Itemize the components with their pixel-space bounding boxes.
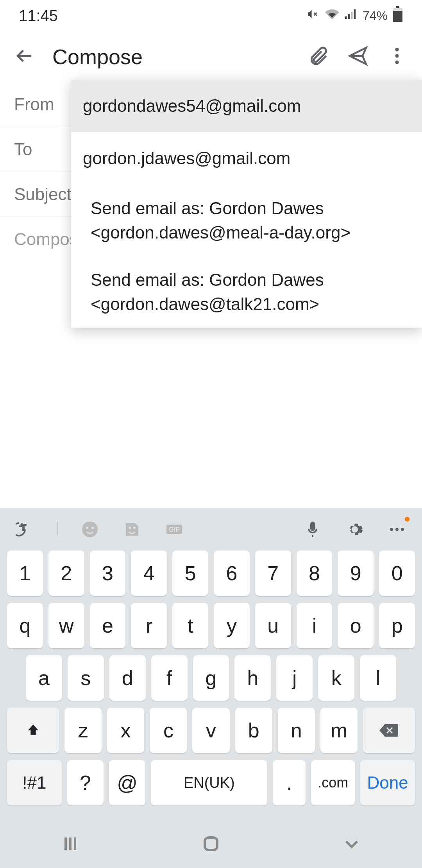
svg-rect-6	[396, 6, 399, 8]
keyboard-row-asdf: a s d f g h j k l	[7, 655, 415, 701]
key-3[interactable]: 3	[90, 551, 126, 596]
key-shift[interactable]	[7, 708, 59, 753]
key-b[interactable]: b	[235, 708, 272, 753]
key-u[interactable]: u	[255, 603, 291, 648]
key-8[interactable]: 8	[297, 551, 333, 596]
divider	[57, 522, 58, 537]
nav-home-icon[interactable]	[202, 834, 220, 855]
key-at[interactable]: @	[109, 760, 145, 805]
key-2[interactable]: 2	[48, 551, 84, 596]
keyboard-row-qwerty: q w e r t y u i o p	[7, 603, 415, 648]
nav-bar	[0, 829, 422, 860]
key-s[interactable]: s	[68, 655, 104, 701]
key-w[interactable]: w	[48, 603, 84, 648]
key-z[interactable]: z	[64, 708, 102, 753]
gif-icon[interactable]: GIF	[164, 519, 184, 540]
key-space[interactable]: EN(UK)	[151, 760, 267, 805]
key-y[interactable]: y	[214, 603, 250, 648]
status-time: 11:45	[19, 7, 58, 25]
key-t[interactable]: t	[172, 603, 208, 648]
subject-label: Subject	[14, 185, 72, 204]
from-dropdown: gordondawes54@gmail.com gordon.jdawes@gm…	[71, 80, 422, 328]
send-icon[interactable]	[330, 45, 369, 68]
svg-point-9	[395, 61, 399, 64]
more-tools-icon[interactable]	[387, 519, 407, 540]
svg-point-11	[82, 522, 98, 537]
key-x[interactable]: x	[107, 708, 144, 753]
key-symbols[interactable]: !#1	[7, 760, 62, 805]
from-option-4[interactable]: Send email as: Gordon Dawes <gordon.dawe…	[71, 256, 422, 328]
svg-point-15	[133, 527, 136, 529]
notification-dot	[405, 517, 409, 522]
signal-icon	[344, 7, 358, 24]
more-icon[interactable]	[369, 45, 408, 68]
svg-point-18	[390, 528, 393, 531]
svg-point-20	[401, 528, 404, 531]
key-5[interactable]: 5	[172, 551, 208, 596]
status-bar: 11:45 74%	[0, 0, 422, 31]
mic-icon[interactable]	[302, 519, 323, 540]
svg-rect-21	[205, 838, 217, 850]
battery-percent: 74%	[363, 9, 388, 23]
key-6[interactable]: 6	[214, 551, 250, 596]
key-backspace[interactable]	[363, 708, 415, 753]
key-n[interactable]: n	[278, 708, 315, 753]
key-p[interactable]: p	[379, 603, 415, 648]
svg-rect-2	[351, 12, 353, 19]
svg-text:T: T	[21, 523, 26, 532]
key-1[interactable]: 1	[7, 551, 43, 596]
svg-rect-3	[354, 9, 356, 19]
svg-point-8	[395, 54, 399, 57]
key-v[interactable]: v	[192, 708, 229, 753]
key-d[interactable]: d	[109, 655, 146, 701]
key-i[interactable]: i	[297, 603, 333, 648]
keyboard: T GIF 1 2 3 4 5 6 7	[0, 508, 422, 868]
sticker-icon[interactable]	[122, 519, 142, 540]
key-4[interactable]: 4	[131, 551, 167, 596]
key-a[interactable]: a	[26, 655, 62, 701]
nav-recent-icon[interactable]	[61, 834, 80, 855]
svg-point-7	[395, 48, 399, 51]
from-label: From	[14, 95, 54, 114]
svg-rect-5	[393, 11, 402, 22]
nav-back-icon[interactable]	[342, 834, 361, 855]
attach-icon[interactable]	[291, 45, 330, 68]
key-c[interactable]: c	[150, 708, 187, 753]
key-g[interactable]: g	[193, 655, 229, 701]
keyboard-row-zxcv: z x c v b n m	[7, 708, 415, 753]
from-option-2[interactable]: gordon.jdawes@gmail.com	[71, 132, 422, 185]
key-0[interactable]: 0	[379, 551, 415, 596]
key-com[interactable]: .com	[311, 760, 355, 805]
battery-icon	[392, 6, 403, 25]
key-r[interactable]: r	[131, 603, 167, 648]
keyboard-row-numbers: 1 2 3 4 5 6 7 8 9 0	[7, 551, 415, 596]
emoji-icon[interactable]	[80, 519, 100, 540]
key-f[interactable]: f	[151, 655, 188, 701]
settings-icon[interactable]	[345, 519, 365, 540]
app-bar: Compose	[0, 31, 422, 82]
key-l[interactable]: l	[360, 655, 396, 701]
key-e[interactable]: e	[90, 603, 126, 648]
key-7[interactable]: 7	[255, 551, 291, 596]
key-j[interactable]: j	[276, 655, 313, 701]
keyboard-row-bottom: !#1 ? @ EN(UK) . .com Done	[7, 760, 415, 805]
key-h[interactable]: h	[234, 655, 271, 701]
key-k[interactable]: k	[318, 655, 354, 701]
svg-point-19	[395, 528, 399, 531]
key-o[interactable]: o	[338, 603, 374, 648]
svg-point-13	[91, 527, 94, 529]
key-q[interactable]: q	[7, 603, 43, 648]
key-done[interactable]: Done	[360, 760, 415, 805]
key-question[interactable]: ?	[67, 760, 104, 805]
status-icons: 74%	[306, 6, 403, 25]
from-option-3[interactable]: Send email as: Gordon Dawes <gordon.dawe…	[71, 185, 422, 256]
key-dot[interactable]: .	[273, 760, 306, 805]
svg-text:GIF: GIF	[169, 526, 179, 533]
text-tool-icon[interactable]: T	[15, 519, 35, 540]
key-9[interactable]: 9	[338, 551, 374, 596]
key-m[interactable]: m	[320, 708, 358, 753]
back-icon[interactable]	[14, 45, 36, 68]
svg-rect-1	[348, 14, 350, 19]
keyboard-toolbar: T GIF	[0, 508, 422, 551]
from-option-1[interactable]: gordondawes54@gmail.com	[71, 80, 422, 132]
